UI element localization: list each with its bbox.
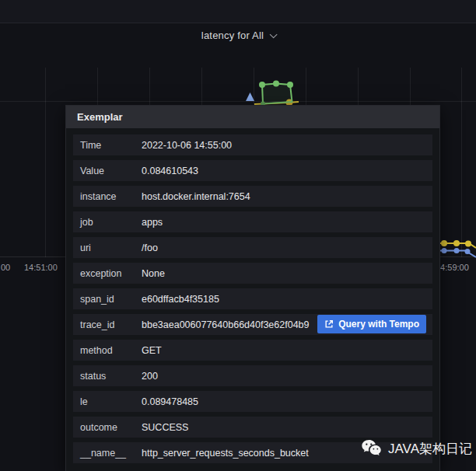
row-label: span_id [80, 294, 142, 305]
row-value: /foo [142, 242, 158, 253]
row-value: 0.084610543 [142, 166, 198, 176]
exemplar-row-exception: exception None [73, 263, 432, 284]
row-label: trace_id [80, 319, 142, 330]
row-value: http_server_requests_seconds_bucket [142, 448, 309, 459]
exemplar-row-time: Time 2022-10-06 14:55:00 [73, 134, 432, 155]
exemplar-row-uri: uri /foo [73, 237, 432, 258]
row-label: Value [80, 166, 142, 176]
row-label: __name__ [80, 448, 142, 459]
row-label: outcome [80, 422, 142, 433]
row-value: GET [142, 345, 162, 356]
exemplar-row-trace-id: trace_id bbe3aea006077640b66d40f3e62f04b… [73, 314, 432, 335]
exemplar-row-method: method GET [73, 340, 432, 361]
row-value: bbe3aea006077640b66d40f3e62f04b9 [142, 319, 310, 330]
external-link-icon [324, 319, 334, 329]
x-axis-tick-1451: 14:51:00 [24, 263, 58, 272]
row-label: Time [80, 140, 142, 151]
yellow-series-line-right [438, 240, 476, 248]
x-axis-tick-1459: 14:59:00 [436, 263, 469, 272]
exemplar-tooltip: Exemplar Time 2022-10-06 14:55:00 Value … [65, 105, 440, 471]
row-value: SUCCESS [142, 422, 188, 433]
exemplar-row-outcome: outcome SUCCESS [73, 417, 432, 438]
row-label: le [80, 396, 142, 407]
watermark: JAVA架构日记 [361, 436, 472, 461]
row-label: exception [80, 268, 142, 279]
exemplar-row-le: le 0.089478485 [73, 391, 432, 412]
x-axis-tick-partial: 00 [1, 263, 10, 272]
row-value: apps [142, 217, 163, 228]
row-value: 0.089478485 [142, 396, 198, 407]
row-value: e60dffacb4f35185 [142, 294, 219, 305]
blue-series-line-right [438, 248, 476, 257]
wechat-icon [361, 439, 383, 458]
exemplar-row-span-id: span_id e60dffacb4f35185 [73, 288, 432, 309]
row-label: method [80, 345, 142, 356]
row-label: instance [80, 191, 142, 202]
exemplar-triangle-marker[interactable] [246, 92, 254, 101]
exemplar-tooltip-body: Time 2022-10-06 14:55:00 Value 0.0846105… [66, 128, 439, 463]
row-value: None [142, 268, 165, 279]
exemplar-row-status: status 200 [73, 365, 432, 386]
exemplar-row-value: Value 0.084610543 [73, 160, 432, 181]
row-value: 200 [142, 371, 158, 382]
query-with-tempo-button[interactable]: Query with Tempo [317, 315, 426, 333]
row-value: host.docker.internal:7654 [142, 191, 250, 202]
row-label: uri [80, 242, 142, 253]
query-with-tempo-label: Query with Tempo [338, 319, 419, 330]
exemplar-row-job: job apps [73, 211, 432, 232]
row-value: 2022-10-06 14:55:00 [142, 140, 232, 151]
row-label: job [80, 217, 142, 228]
green-series-line [259, 81, 293, 106]
row-label: status [80, 371, 142, 382]
watermark-text: JAVA架构日记 [388, 440, 472, 458]
exemplar-tooltip-title: Exemplar [66, 106, 439, 128]
grafana-panel-view: latency for All [0, 0, 476, 471]
exemplar-row-instance: instance host.docker.internal:7654 [73, 186, 432, 207]
